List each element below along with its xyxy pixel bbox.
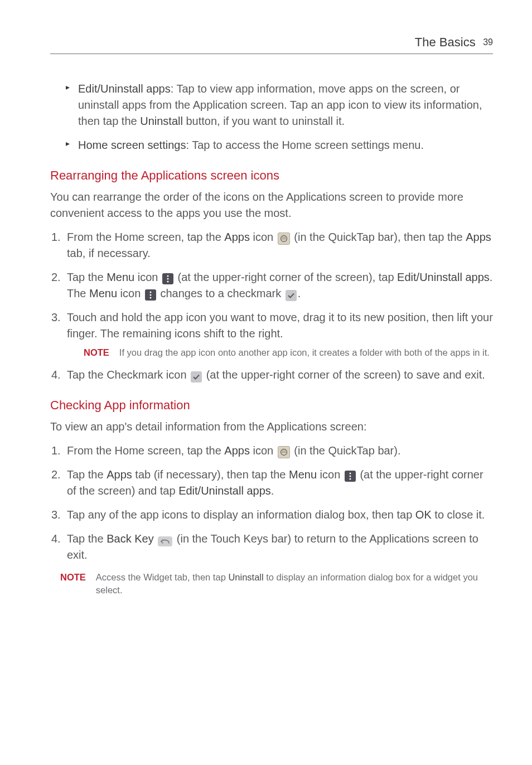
svg-point-16 [284, 451, 286, 452]
bullet-edit-uninstall: Edit/Uninstall apps: Tap to view app inf… [70, 81, 493, 129]
step-1: 1. From the Home screen, tap the Apps ic… [50, 443, 493, 459]
svg-point-7 [167, 275, 169, 277]
apps-icon [278, 446, 290, 458]
svg-point-15 [283, 451, 284, 452]
svg-point-8 [167, 278, 169, 279]
bullet-home-settings: Home screen settings: Tap to access the … [70, 137, 493, 153]
content: Edit/Uninstall apps: Tap to view app inf… [50, 81, 493, 597]
section-rearranging-intro: You can rearrange the order of the icons… [50, 189, 493, 221]
svg-point-2 [283, 237, 284, 238]
step-2: 2. Tap the Apps tab (if necessary), then… [50, 467, 493, 499]
header-title: The Basics [415, 35, 476, 49]
svg-point-19 [284, 452, 286, 453]
menu-icon [162, 273, 173, 284]
checkmark-icon [191, 371, 202, 382]
step-1: 1. From the Home screen, tap the Apps ic… [50, 229, 493, 262]
back-key-icon [158, 536, 172, 546]
step-3: 3. Tap any of the app icons to display a… [50, 507, 493, 523]
note-block: NOTE Access the Widget tab, then tap Uni… [50, 571, 493, 597]
svg-point-22 [349, 478, 351, 480]
checkmark-icon [286, 290, 297, 301]
svg-point-10 [149, 291, 151, 293]
note-label: NOTE [60, 571, 96, 597]
svg-point-12 [149, 297, 151, 298]
section-checking-title: Checking App information [50, 396, 493, 414]
note-text: If you drag the app icon onto another ap… [119, 346, 490, 359]
svg-point-6 [284, 238, 286, 239]
svg-point-4 [282, 238, 283, 239]
svg-point-5 [283, 238, 284, 239]
section-checking-intro: To view an app's detail information from… [50, 419, 493, 435]
note-text: Access the Widget tab, then tap Uninstal… [96, 571, 493, 597]
step-2: 2. Tap the Menu icon (at the upper-right… [50, 269, 493, 302]
svg-point-17 [282, 452, 283, 453]
feature-list: Edit/Uninstall apps: Tap to view app inf… [50, 81, 493, 153]
svg-point-9 [167, 280, 169, 282]
step-3: 3. Touch and hold the app icon you want … [50, 309, 493, 359]
menu-icon [145, 289, 156, 301]
rearranging-steps: 1. From the Home screen, tap the Apps ic… [50, 229, 493, 383]
svg-point-3 [284, 237, 286, 238]
section-rearranging-title: Rearranging the Applications screen icon… [50, 167, 493, 185]
note-label: NOTE [84, 346, 119, 359]
svg-point-14 [282, 451, 283, 452]
svg-point-18 [283, 452, 284, 453]
checking-steps: 1. From the Home screen, tap the Apps ic… [50, 443, 493, 563]
step-4: 4. Tap the Back Key (in the Touch Keys b… [50, 531, 493, 563]
note-block: NOTE If you drag the app icon onto anoth… [67, 346, 493, 359]
page-number: 39 [483, 37, 493, 47]
menu-icon [345, 471, 356, 482]
svg-point-11 [149, 294, 151, 296]
page: The Basics 39 Edit/Uninstall apps: Tap t… [0, 0, 532, 765]
apps-icon [278, 233, 290, 245]
page-header: The Basics 39 [50, 33, 493, 54]
svg-point-21 [349, 475, 351, 477]
step-4: 4. Tap the Checkmark icon (at the upper-… [50, 367, 493, 383]
svg-point-1 [282, 237, 283, 238]
svg-point-20 [349, 472, 351, 474]
